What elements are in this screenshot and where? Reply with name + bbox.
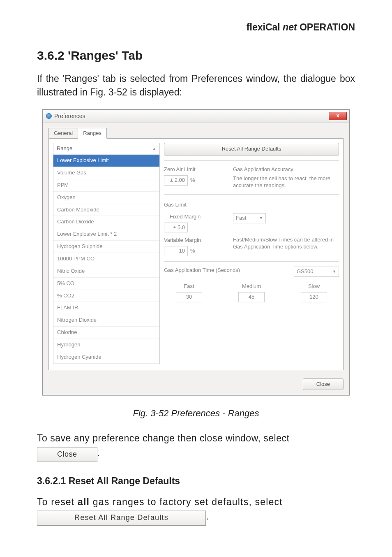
list-item[interactable]: PPM [53,179,159,192]
slow-time-input[interactable]: 120 [301,292,327,302]
zero-air-limit-label: Zero Air Limit [164,166,226,174]
zero-air-limit-input[interactable]: ± 2.00 [164,175,188,186]
fixed-margin-label: Fixed Margin [164,213,226,221]
header-ital: net [283,22,297,32]
list-item[interactable]: Lower Explosive Limit * 2 [53,228,159,241]
accuracy-desc: The longer the cell has to react, the mo… [233,175,339,189]
sort-caret-icon: ▲ [152,146,156,151]
tab-general[interactable]: General [48,128,78,139]
tab-ranges[interactable]: Ranges [78,128,107,139]
header-rest: OPERATION [297,22,355,32]
medium-time-input[interactable]: 45 [238,292,265,302]
col-medium-label: Medium [242,283,261,289]
save-line: To save any preference change then close… [37,432,355,462]
window-title: Preferences [54,112,85,120]
gs-model-dropdown[interactable]: GS500 ▼ [294,267,339,277]
list-item[interactable]: Volume Gas [53,167,159,179]
speed-value: Fast [236,214,246,222]
col-fast-label: Fast [184,283,194,289]
tab-bar: General Ranges [48,128,344,139]
unit-percent: % [190,248,195,254]
close-icon[interactable]: x [329,112,347,120]
col-slow-label: Slow [308,283,320,289]
reset-all-range-defaults-button[interactable]: Reset All Range Defaults [164,143,339,155]
reset-line: To reset all gas ranges to factory set d… [37,495,355,525]
list-item[interactable]: Hydrogen [53,339,159,351]
variable-margin-input[interactable]: 10 [164,246,188,256]
section-title: 3.6.2 'Ranges' Tab [37,46,355,65]
speed-dropdown[interactable]: Fast ▼ [233,213,266,223]
app-icon [46,113,52,119]
intro-paragraph: If the 'Ranges' tab is selected from Pre… [37,72,355,100]
list-item[interactable]: 10000 PPM CO [53,253,159,265]
list-item[interactable]: Hydrogen Sulphide [53,241,159,253]
list-item[interactable]: Hydrogen Cyanide [53,351,159,364]
chevron-down-icon: ▼ [259,216,263,221]
list-item[interactable]: Nitrogen Dioxide [53,314,159,327]
reset-line-2: gas ranges to factory set defaults, sele… [90,497,283,507]
list-item[interactable]: Nitric Oxide [53,265,159,278]
list-item[interactable]: Lower Explosive Limit [53,155,159,167]
speed-desc: Fast/Medium/Slow Times can be altered in… [233,237,339,251]
range-list-header[interactable]: Range ▲ [53,143,159,155]
save-line-text: To save any preference change then close… [37,433,289,443]
gas-application-accuracy-label: Gas Application Accuracy [233,166,339,174]
reset-all-range-defaults-button-inline[interactable]: Reset All Range Defaults [37,511,206,525]
titlebar: Preferences x [43,110,349,123]
figure-caption: Fig. 3-52 Preferences - Ranges [37,407,355,420]
gas-application-time-label: Gas Application Time (Seconds) [164,267,240,273]
list-item[interactable]: % CO2 [53,290,159,302]
variable-margin-label: Variable Margin [164,237,226,244]
reset-line-1: To reset [37,497,78,507]
close-button-inline[interactable]: Close [37,447,97,462]
unit-percent: % [190,177,195,183]
reset-bold: all [78,497,90,507]
gas-limit-label: Gas Limit [164,201,339,209]
fast-time-input[interactable]: 30 [176,292,202,302]
page-header: flexiCal net OPERATION [37,21,355,34]
gs-value: GS500 [297,268,313,276]
subsection-title: 3.6.2.1 Reset All Range Defaults [37,474,355,488]
list-item[interactable]: 5% CO [53,278,159,290]
list-item[interactable]: Carbon Monoxide [53,204,159,216]
fixed-margin-input[interactable]: ± 5.0 [164,223,188,233]
list-item[interactable]: FLAM IR [53,302,159,314]
list-item[interactable]: Oxygen [53,192,159,204]
range-header-label: Range [57,145,72,153]
preferences-window: Preferences x General Ranges Range ▲ Low… [42,109,350,396]
list-item[interactable]: Carbon Dioxide [53,216,159,228]
close-button[interactable]: Close [303,378,344,390]
header-brand: flexiCal [247,22,283,32]
chevron-down-icon: ▼ [332,269,336,274]
list-item[interactable]: Chlorine [53,327,159,339]
range-list[interactable]: Range ▲ Lower Explosive Limit Volume Gas… [53,143,160,364]
